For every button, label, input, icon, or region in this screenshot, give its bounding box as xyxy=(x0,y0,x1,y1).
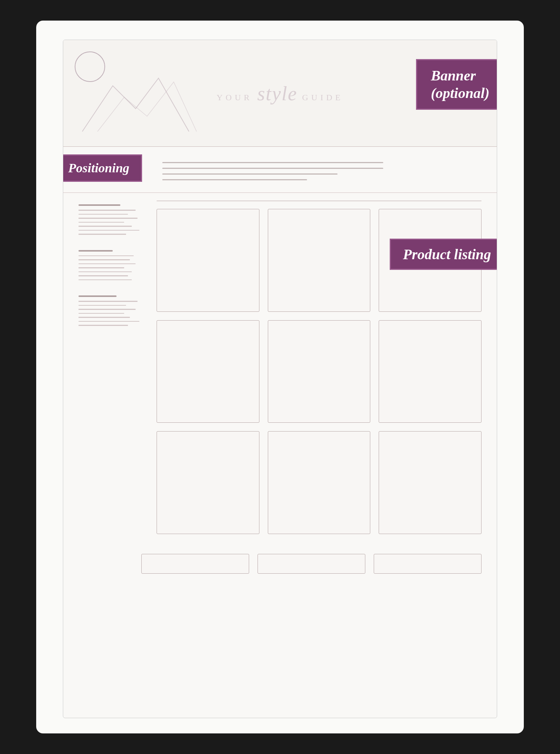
document: YOUR style GUIDE Banner (optional) Posit… xyxy=(63,40,497,718)
sketch-line-4 xyxy=(162,179,307,180)
sidebar-item-13 xyxy=(78,275,128,276)
sidebar-item-6 xyxy=(78,230,139,231)
banner-section: YOUR style GUIDE Banner (optional) xyxy=(63,40,497,147)
sidebar-item-12 xyxy=(78,271,132,273)
product-card-5 xyxy=(268,320,371,423)
positioning-lines xyxy=(162,162,474,180)
sketch-line-1 xyxy=(162,162,383,163)
sidebar-item-4 xyxy=(78,222,124,223)
footer-pagination xyxy=(63,554,497,574)
sidebar-group-1 xyxy=(78,204,149,235)
sidebar-item-8 xyxy=(78,255,134,257)
product-card-4 xyxy=(157,320,259,423)
product-listing-label: Product listing xyxy=(390,239,497,270)
positioning-label: Positioning xyxy=(63,154,142,182)
sidebar-item-21 xyxy=(78,325,128,326)
product-section: Product listing xyxy=(63,193,497,550)
product-card-2 xyxy=(268,209,371,312)
product-card-6 xyxy=(379,320,482,423)
sidebar-item-16 xyxy=(78,305,126,306)
sidebar-item-9 xyxy=(78,259,130,260)
product-card-7 xyxy=(157,431,259,534)
sidebar-title-2 xyxy=(78,250,113,252)
sidebar-title-3 xyxy=(78,295,117,297)
sidebar-item-3 xyxy=(78,218,138,219)
sidebar-title-1 xyxy=(78,204,120,206)
sidebar-item-19 xyxy=(78,317,130,318)
products-grid-row-3 xyxy=(157,431,482,534)
product-card-1 xyxy=(157,209,259,312)
sketch-line-3 xyxy=(162,173,338,175)
sidebar-group-3 xyxy=(78,295,149,326)
sidebar-item-1 xyxy=(78,210,136,211)
sidebar-item-20 xyxy=(78,321,139,322)
footer-btn-3[interactable] xyxy=(374,554,482,574)
sidebar-group-2 xyxy=(78,250,149,281)
banner-label: Banner (optional) xyxy=(416,59,497,110)
page-container: YOUR style GUIDE Banner (optional) Posit… xyxy=(36,21,524,733)
footer-btn-2[interactable] xyxy=(258,554,365,574)
products-area: Product listing xyxy=(149,201,482,542)
sidebar-item-11 xyxy=(78,267,124,268)
product-card-9 xyxy=(379,431,482,534)
sidebar-item-14 xyxy=(78,279,132,281)
mountain-sketch xyxy=(75,55,204,139)
products-grid-row-2 xyxy=(157,320,482,423)
style-guide-watermark: YOUR style GUIDE xyxy=(216,82,343,104)
sidebar-item-7 xyxy=(78,234,126,235)
sidebar-item-17 xyxy=(78,309,136,310)
footer-btn-1[interactable] xyxy=(141,554,249,574)
sidebar-item-2 xyxy=(78,214,128,215)
sidebar xyxy=(78,201,149,542)
grid-separator xyxy=(157,201,482,201)
positioning-section: Positioning xyxy=(63,147,497,193)
sketch-line-2 xyxy=(162,168,383,169)
sidebar-item-5 xyxy=(78,226,132,227)
sidebar-item-15 xyxy=(78,301,138,302)
sidebar-item-10 xyxy=(78,263,136,265)
product-card-8 xyxy=(268,431,371,534)
sidebar-item-18 xyxy=(78,313,124,314)
